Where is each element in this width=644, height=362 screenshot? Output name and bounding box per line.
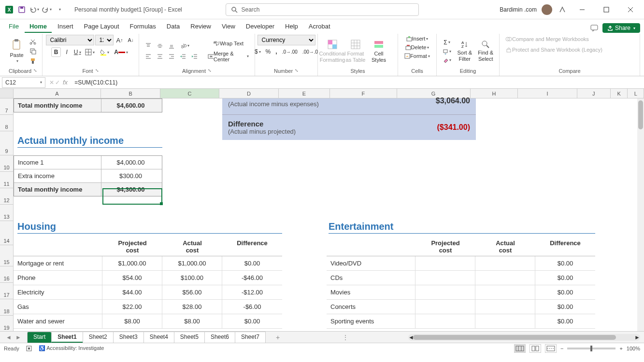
number-launcher[interactable]: ⤡: [295, 68, 299, 74]
column-header-H[interactable]: H: [471, 89, 518, 98]
cut-button[interactable]: [28, 37, 38, 46]
decrease-font-button[interactable]: A↓: [126, 35, 136, 45]
row-header-13[interactable]: 13: [0, 205, 13, 221]
name-box[interactable]: C12▾: [2, 77, 45, 88]
sheet-tab-start[interactable]: Start: [27, 332, 52, 343]
row-header-11[interactable]: 11: [0, 172, 13, 188]
align-top-button[interactable]: [143, 42, 154, 50]
close-button[interactable]: [621, 2, 640, 17]
sheet-options-icon[interactable]: ⋮: [343, 334, 348, 341]
tab-formulas[interactable]: Formulas: [125, 21, 161, 33]
vertical-scrollbar[interactable]: [637, 98, 644, 331]
fx-icon[interactable]: fx: [61, 79, 70, 86]
sort-filter-button[interactable]: AZSort & Filter: [455, 37, 474, 66]
bold-button[interactable]: B: [51, 47, 61, 57]
merge-center-button[interactable]: Merge & Center ▾: [206, 50, 251, 63]
row-header-12[interactable]: 12: [0, 188, 13, 205]
avatar[interactable]: [542, 4, 552, 15]
comma-button[interactable]: ,: [273, 47, 279, 56]
tab-acrobat[interactable]: Acrobat: [304, 21, 335, 33]
sheet-nav-prev[interactable]: ◄: [4, 334, 14, 341]
clear-button[interactable]: ▾: [441, 56, 453, 64]
tab-page-layout[interactable]: Page Layout: [79, 21, 124, 33]
row-header-15[interactable]: 15: [0, 245, 13, 266]
row-header-14[interactable]: 14: [0, 221, 13, 245]
insert-cells-button[interactable]: Insert ▾: [404, 35, 430, 42]
column-header-F[interactable]: F: [330, 89, 397, 98]
user-name[interactable]: Bardimin .com: [500, 6, 537, 13]
delete-cells-button[interactable]: Delete ▾: [403, 43, 431, 51]
decrease-indent-button[interactable]: [178, 52, 188, 61]
select-all-corner[interactable]: [0, 89, 14, 98]
row-header-10[interactable]: 10: [0, 155, 13, 172]
cell-styles-button[interactable]: Cell Styles: [368, 37, 389, 66]
clipboard-launcher[interactable]: ⤡: [33, 68, 37, 74]
paste-button[interactable]: Paste▾: [8, 37, 26, 66]
percent-button[interactable]: %: [264, 47, 273, 56]
minimize-button[interactable]: [572, 2, 592, 17]
sheet-nav-next[interactable]: ►: [14, 334, 23, 341]
row-header-18[interactable]: 18: [0, 299, 13, 316]
column-header-B[interactable]: B: [101, 89, 160, 98]
page-layout-view-button[interactable]: [530, 344, 541, 353]
column-header-I[interactable]: I: [518, 89, 577, 98]
formula-input[interactable]: =SUM(C10:C11): [72, 79, 644, 86]
sheet-tab-sheet5[interactable]: Sheet5: [174, 332, 205, 343]
tab-file[interactable]: File: [4, 21, 24, 33]
align-left-button[interactable]: [143, 52, 154, 61]
search-box[interactable]: Search: [226, 3, 419, 16]
column-header-E[interactable]: E: [279, 89, 330, 98]
zoom-slider[interactable]: [567, 348, 615, 349]
align-center-button[interactable]: [155, 52, 165, 61]
tab-insert[interactable]: Insert: [53, 21, 78, 33]
sheet-tab-sheet4[interactable]: Sheet4: [143, 332, 174, 343]
format-cells-button[interactable]: Format ▾: [402, 52, 432, 60]
autosum-button[interactable]: Σ▾: [441, 38, 453, 47]
font-size-select[interactable]: 12: [95, 35, 114, 45]
accessibility-status[interactable]: ♿ Accessibility: Investigate: [39, 345, 104, 351]
cancel-formula-icon[interactable]: ✕: [49, 79, 54, 86]
share-button[interactable]: Share▾: [602, 23, 640, 33]
tab-developer[interactable]: Developer: [241, 21, 279, 33]
comments-icon[interactable]: [590, 24, 599, 32]
qat-customize-icon[interactable]: ▾: [54, 4, 65, 15]
row-header-7[interactable]: 7: [0, 98, 13, 115]
font-color-button[interactable]: A▾: [112, 47, 130, 57]
orientation-button[interactable]: ab▾: [178, 42, 191, 50]
sheet-tab-sheet2[interactable]: Sheet2: [83, 332, 114, 343]
column-header-A[interactable]: A: [14, 89, 101, 98]
wrap-text-button[interactable]: ab Wrap Text: [206, 39, 251, 48]
horizontal-scrollbar[interactable]: ◄►: [408, 334, 640, 341]
new-sheet-button[interactable]: +: [273, 334, 283, 341]
tab-help[interactable]: Help: [280, 21, 303, 33]
undo-icon[interactable]: ▾: [29, 4, 40, 15]
row-header-8[interactable]: 8: [0, 115, 13, 131]
sheet-tab-sheet1[interactable]: Sheet1: [51, 332, 83, 343]
underline-button[interactable]: U▾: [72, 47, 82, 57]
macro-icon[interactable]: [26, 346, 32, 351]
row-header-16[interactable]: 16: [0, 266, 13, 283]
alignment-launcher[interactable]: ⤡: [208, 68, 212, 74]
fill-color-button[interactable]: ▾: [98, 47, 111, 57]
copy-button[interactable]: [28, 47, 38, 56]
fill-button[interactable]: ▾: [441, 48, 453, 56]
tab-view[interactable]: View: [217, 21, 240, 33]
column-header-J[interactable]: J: [577, 89, 611, 98]
enter-formula-icon[interactable]: ✓: [55, 79, 60, 86]
format-painter-button[interactable]: [28, 56, 38, 65]
increase-decimal-button[interactable]: .0→.00: [280, 47, 300, 56]
tab-home[interactable]: Home: [25, 21, 52, 33]
font-name-select[interactable]: Calibri: [46, 35, 94, 45]
sheet-tab-sheet6[interactable]: Sheet6: [204, 332, 235, 343]
align-bottom-button[interactable]: [166, 42, 177, 50]
coming-soon-icon[interactable]: [557, 4, 568, 15]
sheet-tab-sheet3[interactable]: Sheet3: [113, 332, 144, 343]
row-header-17[interactable]: 17: [0, 283, 13, 299]
zoom-out-button[interactable]: −: [560, 346, 563, 351]
borders-button[interactable]: ▾: [83, 47, 97, 57]
zoom-in-button[interactable]: +: [619, 346, 622, 351]
increase-indent-button[interactable]: [189, 52, 200, 61]
format-as-table-button[interactable]: Format as Table: [345, 37, 366, 66]
find-select-button[interactable]: Find & Select: [476, 37, 496, 66]
tab-review[interactable]: Review: [186, 21, 216, 33]
